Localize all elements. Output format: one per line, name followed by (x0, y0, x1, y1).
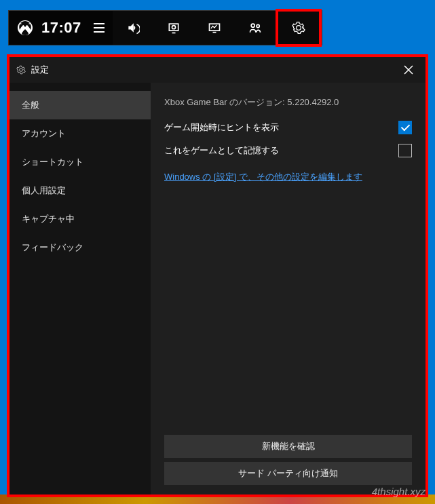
windows-settings-link[interactable]: Windows の [設定] で、その他の設定を編集します (164, 171, 412, 183)
version-text: Xbox Game Bar のバージョン: 5.220.4292.0 (164, 96, 412, 109)
toolbar-icons (113, 11, 322, 45)
sidebar-item-capturing[interactable]: キャプチャ中 (10, 205, 151, 233)
window-title-text: 設定 (31, 64, 49, 76)
social-icon[interactable] (235, 11, 276, 45)
xbox-logo-icon (17, 20, 33, 36)
capture-icon[interactable] (153, 11, 194, 45)
svg-rect-3 (172, 33, 175, 34)
checkbox-show-tips[interactable] (398, 121, 412, 134)
sidebar-item-personalization[interactable]: 個人用設定 (10, 176, 151, 205)
svg-point-7 (257, 24, 259, 27)
toolbar-clock: 17:07 (41, 19, 81, 37)
option-label: これをゲームとして記憶する (164, 144, 279, 157)
sidebar-item-label: ショートカット (22, 157, 83, 167)
close-icon (404, 65, 413, 75)
audio-icon[interactable] (113, 11, 153, 45)
menu-icon[interactable] (94, 23, 105, 33)
toolbar-left-group: 17:07 (9, 11, 113, 45)
third-party-notices-button[interactable]: サード パーティ向け通知 (164, 462, 412, 485)
sidebar-item-feedback[interactable]: フィードバック (10, 233, 151, 262)
svg-rect-5 (212, 32, 216, 33)
sidebar-item-label: キャプチャ中 (22, 214, 75, 224)
settings-window: 設定 全般 アカウント ショートカット 個人用設定 キャプチャ中 フィードバック… (7, 54, 428, 497)
close-button[interactable] (398, 65, 419, 75)
whats-new-button[interactable]: 新機能を確認 (164, 435, 412, 458)
sidebar-item-shortcuts[interactable]: ショートカット (10, 148, 151, 176)
settings-content: Xbox Game Bar のバージョン: 5.220.4292.0 ゲーム開始… (151, 83, 425, 495)
settings-sidebar: 全般 アカウント ショートカット 個人用設定 キャプチャ中 フィードバック (10, 83, 151, 495)
performance-icon[interactable] (194, 11, 235, 45)
sidebar-item-account[interactable]: アカウント (10, 119, 151, 148)
option-label: ゲーム開始時にヒントを表示 (164, 121, 279, 134)
svg-rect-1 (169, 24, 178, 31)
sidebar-item-general[interactable]: 全般 (10, 91, 151, 119)
sidebar-item-label: 全般 (22, 100, 39, 110)
settings-icon[interactable] (276, 9, 322, 47)
window-header: 設定 (10, 57, 425, 83)
option-remember-game: これをゲームとして記憶する (164, 144, 412, 157)
window-body: 全般 アカウント ショートカット 個人用設定 キャプチャ中 フィードバック Xb… (10, 83, 425, 495)
sidebar-item-label: フィードバック (22, 242, 83, 252)
checkbox-remember-game[interactable] (398, 144, 412, 157)
game-bar-toolbar: 17:07 (8, 10, 322, 45)
svg-point-2 (172, 26, 175, 29)
gear-icon (16, 65, 26, 75)
sidebar-item-label: 個人用設定 (22, 185, 66, 195)
sidebar-item-label: アカウント (22, 128, 66, 138)
svg-point-6 (251, 24, 254, 27)
option-show-tips: ゲーム開始時にヒントを表示 (164, 121, 412, 134)
window-title: 設定 (16, 64, 49, 76)
